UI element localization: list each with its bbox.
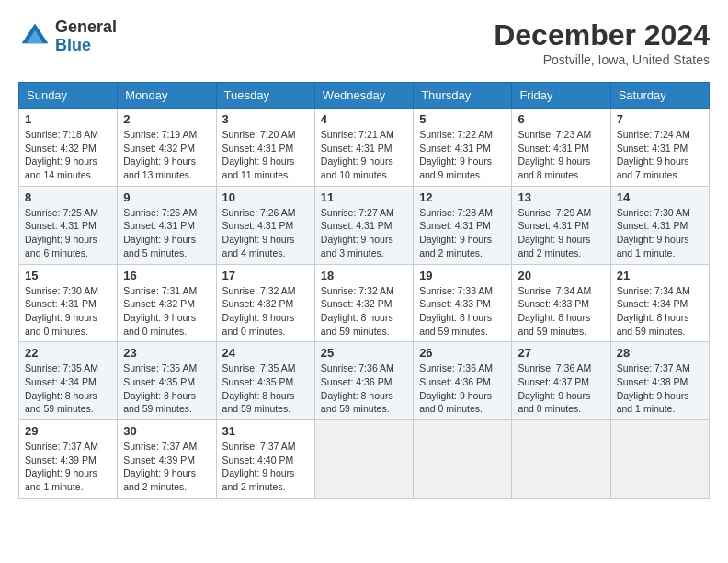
logo-blue: Blue <box>55 37 117 55</box>
day-info: Sunrise: 7:37 AM Sunset: 4:40 PM Dayligh… <box>222 440 309 494</box>
calendar-cell: 5 Sunrise: 7:22 AM Sunset: 4:31 PM Dayli… <box>414 109 512 187</box>
calendar-cell: 24 Sunrise: 7:35 AM Sunset: 4:35 PM Dayl… <box>216 342 314 420</box>
day-number: 14 <box>617 190 703 204</box>
day-number: 11 <box>321 190 407 204</box>
weekday-header: Monday <box>118 83 216 109</box>
calendar-cell: 6 Sunrise: 7:23 AM Sunset: 4:31 PM Dayli… <box>512 109 610 187</box>
calendar-cell: 12 Sunrise: 7:28 AM Sunset: 4:31 PM Dayl… <box>414 186 512 264</box>
day-info: Sunrise: 7:35 AM Sunset: 4:35 PM Dayligh… <box>222 362 309 416</box>
day-number: 3 <box>222 112 309 126</box>
calendar-cell: 2 Sunrise: 7:19 AM Sunset: 4:32 PM Dayli… <box>118 109 216 187</box>
day-number: 10 <box>222 190 309 204</box>
day-info: Sunrise: 7:23 AM Sunset: 4:31 PM Dayligh… <box>518 128 604 182</box>
day-info: Sunrise: 7:25 AM Sunset: 4:31 PM Dayligh… <box>25 206 111 260</box>
day-number: 7 <box>617 112 703 126</box>
calendar-cell: 4 Sunrise: 7:21 AM Sunset: 4:31 PM Dayli… <box>314 109 413 187</box>
calendar-cell: 19 Sunrise: 7:33 AM Sunset: 4:33 PM Dayl… <box>414 264 512 342</box>
page-header: General Blue December 2024 Postville, Io… <box>18 18 710 67</box>
calendar-cell: 21 Sunrise: 7:34 AM Sunset: 4:34 PM Dayl… <box>610 264 709 342</box>
calendar-cell: 26 Sunrise: 7:36 AM Sunset: 4:36 PM Dayl… <box>414 342 512 420</box>
day-number: 17 <box>222 269 309 282</box>
calendar-cell: 13 Sunrise: 7:29 AM Sunset: 4:31 PM Dayl… <box>512 186 610 264</box>
calendar-header-row: SundayMondayTuesdayWednesdayThursdayFrid… <box>19 83 710 109</box>
calendar-cell <box>314 420 413 499</box>
day-info: Sunrise: 7:32 AM Sunset: 4:32 PM Dayligh… <box>321 284 407 339</box>
day-info: Sunrise: 7:30 AM Sunset: 4:31 PM Dayligh… <box>25 284 111 339</box>
day-info: Sunrise: 7:36 AM Sunset: 4:36 PM Dayligh… <box>321 362 407 416</box>
day-info: Sunrise: 7:34 AM Sunset: 4:34 PM Dayligh… <box>617 284 703 339</box>
day-info: Sunrise: 7:28 AM Sunset: 4:31 PM Dayligh… <box>419 206 506 260</box>
calendar-cell: 29 Sunrise: 7:37 AM Sunset: 4:39 PM Dayl… <box>19 420 118 499</box>
calendar-cell: 22 Sunrise: 7:35 AM Sunset: 4:34 PM Dayl… <box>19 342 118 420</box>
day-info: Sunrise: 7:37 AM Sunset: 4:39 PM Dayligh… <box>123 440 210 494</box>
weekday-header: Sunday <box>19 83 118 109</box>
day-number: 27 <box>518 346 604 360</box>
logo-text: General Blue <box>55 18 117 55</box>
day-number: 19 <box>419 269 506 282</box>
calendar-cell: 20 Sunrise: 7:34 AM Sunset: 4:33 PM Dayl… <box>512 264 610 342</box>
location: Postville, Iowa, United States <box>494 52 710 67</box>
weekday-header: Friday <box>512 83 610 109</box>
day-info: Sunrise: 7:36 AM Sunset: 4:36 PM Dayligh… <box>419 362 506 416</box>
calendar-cell: 31 Sunrise: 7:37 AM Sunset: 4:40 PM Dayl… <box>216 420 314 499</box>
calendar-week-row: 1 Sunrise: 7:18 AM Sunset: 4:32 PM Dayli… <box>19 109 710 187</box>
calendar-cell: 15 Sunrise: 7:30 AM Sunset: 4:31 PM Dayl… <box>19 264 118 342</box>
day-number: 13 <box>518 190 604 204</box>
logo-icon <box>18 20 51 53</box>
day-number: 1 <box>25 112 111 126</box>
calendar-cell: 23 Sunrise: 7:35 AM Sunset: 4:35 PM Dayl… <box>118 342 216 420</box>
calendar-cell: 18 Sunrise: 7:32 AM Sunset: 4:32 PM Dayl… <box>314 264 413 342</box>
day-number: 8 <box>25 190 111 204</box>
day-info: Sunrise: 7:24 AM Sunset: 4:31 PM Dayligh… <box>617 128 703 182</box>
calendar-cell: 7 Sunrise: 7:24 AM Sunset: 4:31 PM Dayli… <box>610 109 709 187</box>
day-info: Sunrise: 7:31 AM Sunset: 4:32 PM Dayligh… <box>123 284 210 339</box>
day-info: Sunrise: 7:34 AM Sunset: 4:33 PM Dayligh… <box>518 284 604 339</box>
day-number: 22 <box>25 346 111 360</box>
day-info: Sunrise: 7:29 AM Sunset: 4:31 PM Dayligh… <box>518 206 604 260</box>
day-info: Sunrise: 7:26 AM Sunset: 4:31 PM Dayligh… <box>222 206 309 260</box>
weekday-header: Thursday <box>414 83 512 109</box>
calendar-cell <box>610 420 709 499</box>
day-number: 28 <box>617 346 703 360</box>
day-number: 24 <box>222 346 309 360</box>
day-info: Sunrise: 7:20 AM Sunset: 4:31 PM Dayligh… <box>222 128 309 182</box>
weekday-header: Wednesday <box>314 83 413 109</box>
day-info: Sunrise: 7:22 AM Sunset: 4:31 PM Dayligh… <box>419 128 506 182</box>
calendar-cell <box>512 420 610 499</box>
calendar-cell: 9 Sunrise: 7:26 AM Sunset: 4:31 PM Dayli… <box>118 186 216 264</box>
day-number: 23 <box>123 346 210 360</box>
calendar-cell: 1 Sunrise: 7:18 AM Sunset: 4:32 PM Dayli… <box>19 109 118 187</box>
calendar-cell: 3 Sunrise: 7:20 AM Sunset: 4:31 PM Dayli… <box>216 109 314 187</box>
calendar-cell: 30 Sunrise: 7:37 AM Sunset: 4:39 PM Dayl… <box>118 420 216 499</box>
weekday-header: Saturday <box>610 83 709 109</box>
day-number: 16 <box>123 269 210 282</box>
logo: General Blue <box>18 18 117 55</box>
day-number: 12 <box>419 190 506 204</box>
day-number: 29 <box>25 424 111 438</box>
day-info: Sunrise: 7:30 AM Sunset: 4:31 PM Dayligh… <box>617 206 703 260</box>
title-block: December 2024 Postville, Iowa, United St… <box>494 18 710 67</box>
calendar-cell: 16 Sunrise: 7:31 AM Sunset: 4:32 PM Dayl… <box>118 264 216 342</box>
calendar-table: SundayMondayTuesdayWednesdayThursdayFrid… <box>18 82 710 499</box>
calendar-cell: 25 Sunrise: 7:36 AM Sunset: 4:36 PM Dayl… <box>314 342 413 420</box>
day-number: 4 <box>321 112 407 126</box>
day-number: 20 <box>518 269 604 282</box>
day-info: Sunrise: 7:27 AM Sunset: 4:31 PM Dayligh… <box>321 206 407 260</box>
calendar-cell: 28 Sunrise: 7:37 AM Sunset: 4:38 PM Dayl… <box>610 342 709 420</box>
calendar-week-row: 15 Sunrise: 7:30 AM Sunset: 4:31 PM Dayl… <box>19 264 710 342</box>
day-info: Sunrise: 7:35 AM Sunset: 4:34 PM Dayligh… <box>25 362 111 416</box>
day-info: Sunrise: 7:19 AM Sunset: 4:32 PM Dayligh… <box>123 128 210 182</box>
day-info: Sunrise: 7:37 AM Sunset: 4:38 PM Dayligh… <box>617 362 703 416</box>
logo-general: General <box>55 18 117 37</box>
calendar-cell: 8 Sunrise: 7:25 AM Sunset: 4:31 PM Dayli… <box>19 186 118 264</box>
day-number: 26 <box>419 346 506 360</box>
day-number: 6 <box>518 112 604 126</box>
calendar-week-row: 29 Sunrise: 7:37 AM Sunset: 4:39 PM Dayl… <box>19 420 710 499</box>
calendar-week-row: 8 Sunrise: 7:25 AM Sunset: 4:31 PM Dayli… <box>19 186 710 264</box>
day-number: 2 <box>123 112 210 126</box>
day-info: Sunrise: 7:36 AM Sunset: 4:37 PM Dayligh… <box>518 362 604 416</box>
day-number: 15 <box>25 269 111 282</box>
day-info: Sunrise: 7:32 AM Sunset: 4:32 PM Dayligh… <box>222 284 309 339</box>
calendar-cell: 10 Sunrise: 7:26 AM Sunset: 4:31 PM Dayl… <box>216 186 314 264</box>
day-info: Sunrise: 7:33 AM Sunset: 4:33 PM Dayligh… <box>419 284 506 339</box>
